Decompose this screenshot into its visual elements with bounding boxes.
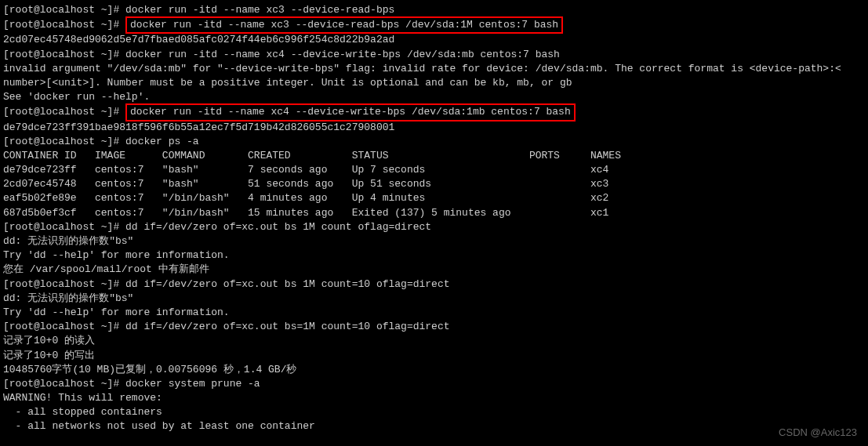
terminal-line-highlighted: [root@localhost ~]# docker run -itd --na… bbox=[3, 17, 865, 33]
highlighted-command: docker run -itd --name xc3 --device-read… bbox=[125, 16, 563, 34]
error-output: number>[<unit>]. Number must be a positi… bbox=[3, 76, 865, 90]
terminal-line: [root@localhost ~]# docker system prune … bbox=[3, 377, 865, 391]
dd-output: 记录了10+0 的读入 bbox=[3, 334, 865, 348]
mail-notice: 您在 /var/spool/mail/root 中有新邮件 bbox=[3, 263, 865, 277]
terminal-line: [root@localhost ~]# docker ps -a bbox=[3, 135, 865, 149]
prompt: [root@localhost ~]# bbox=[3, 19, 125, 31]
prompt: [root@localhost ~]# bbox=[3, 106, 125, 118]
error-output: invalid argument "/dev/sda:mb" for "--de… bbox=[3, 62, 865, 76]
container-id-output: de79dce723ff391bae9818f596f6b55a12ec7f5d… bbox=[3, 121, 865, 135]
dd-output: 10485760字节(10 MB)已复制，0.00756096 秒，1.4 GB… bbox=[3, 363, 865, 377]
error-output: Try 'dd --help' for more information. bbox=[3, 248, 865, 263]
terminal-line: [root@localhost ~]# dd if=/dev/zero of=x… bbox=[3, 320, 865, 334]
table-row: de79dce723ff centos:7 "bash" 7 seconds a… bbox=[3, 163, 865, 177]
warning-output: - all networks not used by at least one … bbox=[3, 419, 865, 433]
terminal-line: [root@localhost ~]# docker run -itd --na… bbox=[3, 3, 865, 17]
dd-output: 记录了10+0 的写出 bbox=[3, 349, 865, 363]
warning-output: WARNING! This will remove: bbox=[3, 391, 865, 405]
terminal-output[interactable]: [root@localhost ~]# docker run -itd --na… bbox=[3, 3, 865, 434]
error-output: Try 'dd --help' for more information. bbox=[3, 306, 865, 320]
terminal-line: [root@localhost ~]# dd if=/dev/zero of=x… bbox=[3, 220, 865, 234]
error-output: dd: 无法识别的操作数"bs" bbox=[3, 234, 865, 248]
warning-output: - all stopped containers bbox=[3, 405, 865, 419]
terminal-line: [root@localhost ~]# docker run -itd --na… bbox=[3, 48, 865, 62]
container-id-output: 2cd07ec45748ed9062d5e7d7fbaed085afc0274f… bbox=[3, 33, 865, 47]
error-output: See 'docker run --help'. bbox=[3, 90, 865, 104]
error-output: dd: 无法识别的操作数"bs" bbox=[3, 292, 865, 306]
highlighted-command: docker run -itd --name xc4 --device-writ… bbox=[125, 103, 576, 121]
watermark: CSDN @Axic123 bbox=[779, 426, 857, 440]
terminal-line-highlighted: [root@localhost ~]# docker run -itd --na… bbox=[3, 104, 865, 120]
docker-ps-header: CONTAINER ID IMAGE COMMAND CREATED STATU… bbox=[3, 149, 865, 163]
table-row: 2cd07ec45748 centos:7 "bash" 51 seconds … bbox=[3, 177, 865, 191]
terminal-line: [root@localhost ~]# dd if=/dev/zero of=x… bbox=[3, 277, 865, 292]
table-row: 687d5b0ef3cf centos:7 "/bin/bash" 15 min… bbox=[3, 206, 865, 220]
table-row: eaf5b02fe89e centos:7 "/bin/bash" 4 minu… bbox=[3, 191, 865, 205]
